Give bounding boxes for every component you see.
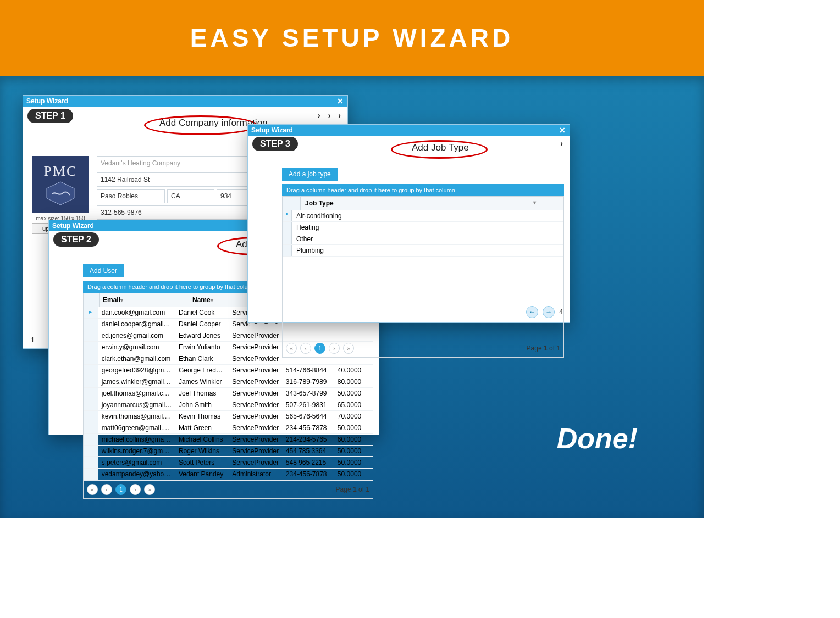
chevron-right-icon[interactable]: ›	[560, 139, 563, 148]
banner-title: EASY SETUP WIZARD	[190, 23, 513, 53]
table-row[interactable]: Plumbing	[283, 245, 563, 257]
jobtype-grid: Job Type▾ ▸Air-conditioningHeatingOtherP…	[282, 196, 564, 358]
pager-last-icon[interactable]: »	[343, 343, 354, 354]
table-row[interactable]: joyannmarcus@gmail.comJohn SmithServiceP…	[84, 399, 373, 411]
table-row[interactable]: matt06green@gmail.comMatt GreenServicePr…	[84, 422, 373, 434]
table-row[interactable]: michael.collins@gmail.comMichael Collins…	[84, 434, 373, 446]
pager-first-icon[interactable]: «	[286, 343, 297, 354]
pager-page-1[interactable]: 1	[314, 343, 325, 354]
pager-page-1[interactable]: 1	[115, 484, 126, 495]
logo-shape-icon	[45, 181, 76, 206]
close-icon[interactable]: ✕	[336, 97, 344, 105]
table-row[interactable]: Other	[283, 233, 563, 245]
table-row[interactable]: s.peters@gmail.comScott PetersServicePro…	[84, 457, 373, 469]
titlebar[interactable]: Setup Wizard ✕	[23, 96, 347, 107]
logo-text: PMC	[44, 163, 78, 180]
pager-first-icon[interactable]: «	[87, 484, 98, 495]
tab-4[interactable]: 4	[559, 308, 563, 316]
table-row[interactable]: ▸Air-conditioning	[283, 210, 563, 222]
wizard-window-step3: Setup Wizard ✕ STEP 3 › Add Job Type Add…	[247, 124, 570, 323]
company-logo: PMC	[32, 156, 89, 213]
table-row[interactable]: vedantpandey@yahoo.comVedant PandeyAdmin…	[84, 469, 373, 480]
add-jobtype-button[interactable]: Add a job type	[282, 168, 338, 181]
table-row[interactable]: georgefred3928@gmail.comGeorge FredmanSe…	[84, 365, 373, 376]
pager-last-icon[interactable]: »	[144, 484, 155, 495]
window-title: Setup Wizard	[52, 222, 94, 230]
step-badge-2: STEP 2	[53, 232, 99, 247]
column-email[interactable]: Email▾	[100, 293, 189, 307]
table-row[interactable]: Heating	[283, 222, 563, 233]
city-input[interactable]	[97, 189, 165, 203]
pager-prev-icon[interactable]: ‹	[101, 484, 112, 495]
pager-next-icon[interactable]: ›	[130, 484, 141, 495]
titlebar[interactable]: Setup Wizard ✕	[248, 125, 570, 136]
window-title: Setup Wizard	[251, 126, 293, 134]
grid-header: Job Type▾	[283, 197, 563, 210]
filter-icon[interactable]: ▾	[533, 199, 538, 207]
zip-input[interactable]	[217, 189, 248, 203]
svg-marker-0	[47, 182, 74, 205]
step3-title: Add Job Type	[412, 142, 469, 153]
wizard-nav: ← → 4	[526, 306, 563, 318]
grid-pager: « ‹ 1 › » Page 1 of 1	[283, 339, 563, 357]
page-indicator: 1	[31, 336, 35, 344]
nav-arrows: ›	[560, 139, 563, 148]
next-button-icon[interactable]: →	[543, 306, 555, 318]
table-row[interactable]: joel.thomas@gmail.comJoel ThomasServiceP…	[84, 388, 373, 399]
grid-pager: « ‹ 1 › » Page 1 of 1	[84, 480, 373, 498]
group-hint[interactable]: Drag a column header and drop it here to…	[282, 184, 564, 196]
column-jobtype[interactable]: Job Type▾	[301, 197, 543, 210]
step-badge-3: STEP 3	[252, 137, 298, 151]
banner: EASY SETUP WIZARD	[0, 0, 704, 76]
filter-icon[interactable]: ▾	[120, 297, 125, 303]
close-icon[interactable]: ✕	[559, 126, 566, 134]
pager-next-icon[interactable]: ›	[329, 343, 340, 354]
filter-icon[interactable]: ▾	[211, 297, 215, 303]
table-row[interactable]: james.winkler@gmail.comJames WinklerServ…	[84, 376, 373, 388]
table-row[interactable]: wilkins.rodger.7@gmail.comRoger WilkinsS…	[84, 446, 373, 457]
table-row[interactable]: kevin.thomas@gmail.comKevin ThomasServic…	[84, 411, 373, 422]
prev-button-icon[interactable]: ←	[526, 306, 538, 318]
pager-prev-icon[interactable]: ‹	[300, 343, 311, 354]
add-user-button[interactable]: Add User	[83, 264, 124, 277]
window-title: Setup Wizard	[26, 97, 68, 105]
state-input[interactable]	[167, 189, 214, 203]
done-label: Done!	[557, 422, 638, 455]
column-name[interactable]: Name▾	[189, 293, 251, 307]
